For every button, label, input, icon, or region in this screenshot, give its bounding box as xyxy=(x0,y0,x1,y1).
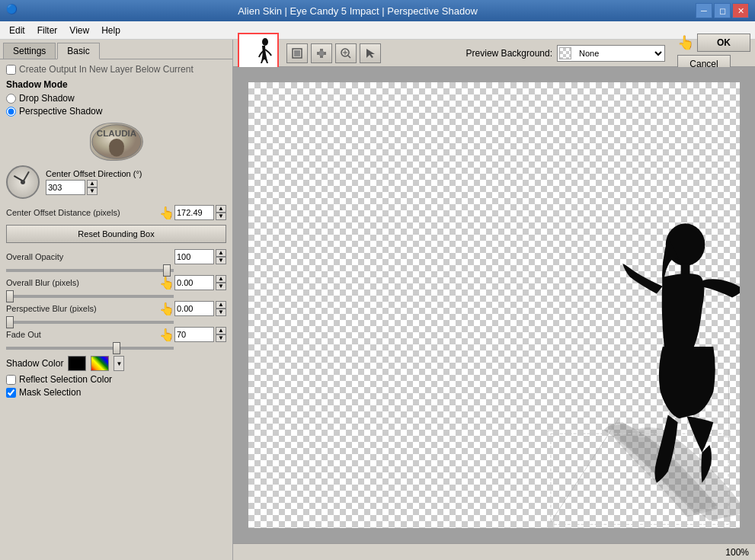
overall-blur-row: Overall Blur (pixels) 👆 ▲ ▼ xyxy=(6,275,226,290)
canvas-area xyxy=(233,67,755,543)
reset-bounding-box-button[interactable]: Reset Bounding Box xyxy=(6,225,226,243)
drop-shadow-radio[interactable] xyxy=(6,94,16,104)
zoom-fit-button[interactable] xyxy=(286,43,308,63)
direction-up[interactable]: ▲ xyxy=(87,180,98,187)
guide-line-left xyxy=(551,418,619,522)
preview-bg-select[interactable]: None White Black Gray xyxy=(573,46,664,61)
perspective-blur-input[interactable] xyxy=(174,301,214,316)
perspective-blur-label: Perspective Blur (pixels) xyxy=(6,304,159,313)
perspective-blur-slider-thumb[interactable] xyxy=(6,316,14,328)
fade-out-slider-track[interactable] xyxy=(6,347,174,350)
create-output-checkbox[interactable] xyxy=(6,65,16,75)
drop-shadow-row[interactable]: Drop Shadow xyxy=(6,93,226,104)
app-icon: 🔵 xyxy=(6,4,20,18)
shadow-color-swatch[interactable] xyxy=(68,356,86,371)
menu-edit[interactable]: Edit xyxy=(3,21,31,39)
overall-blur-slider-track[interactable] xyxy=(6,295,174,298)
svg-point-4 xyxy=(262,38,268,46)
shadow-mode-label: Shadow Mode xyxy=(6,79,226,90)
perspective-blur-up[interactable]: ▲ xyxy=(216,301,226,309)
restore-button[interactable]: ◻ xyxy=(714,3,731,18)
tab-bar: Settings Basic xyxy=(0,40,232,59)
opacity-input[interactable] xyxy=(174,249,214,264)
perspective-blur-slider-row xyxy=(6,321,226,324)
tab-settings[interactable]: Settings xyxy=(3,43,56,59)
svg-point-2 xyxy=(109,142,123,156)
direction-down[interactable]: ▼ xyxy=(87,187,98,195)
left-panel: Settings Basic Create Output In New Laye… xyxy=(0,40,233,560)
fade-out-hand-icon: 👆 xyxy=(159,328,174,342)
fade-out-slider-thumb[interactable] xyxy=(113,342,120,354)
overall-blur-down[interactable]: ▼ xyxy=(216,283,226,290)
pan-button[interactable] xyxy=(311,43,332,63)
zoom-button[interactable] xyxy=(335,43,357,63)
preview-bg-swatch xyxy=(559,47,571,59)
ok-button[interactable]: OK xyxy=(697,34,750,52)
opacity-slider-track[interactable] xyxy=(6,269,174,272)
svg-text:CLAUDIA: CLAUDIA xyxy=(96,128,136,138)
perspective-shadow-radio[interactable] xyxy=(6,107,16,117)
direction-input[interactable] xyxy=(46,180,85,195)
reflect-selection-label: Reflect Selection Color xyxy=(19,374,112,385)
overall-blur-label: Overall Blur (pixels) xyxy=(6,278,159,287)
distance-up[interactable]: ▲ xyxy=(216,205,226,213)
opacity-label: Overall Opacity xyxy=(6,252,174,261)
perspective-blur-down[interactable]: ▼ xyxy=(216,309,226,316)
minimize-button[interactable]: ─ xyxy=(696,3,712,18)
toolbar: Preview Background: None White Black Gra… xyxy=(233,40,755,67)
mask-selection-label: Mask Selection xyxy=(19,387,81,398)
fade-out-down[interactable]: ▼ xyxy=(216,334,226,342)
opacity-input-group: ▲ ▼ xyxy=(174,249,226,264)
perspective-shadow-row[interactable]: Perspective Shadow xyxy=(6,106,226,117)
overall-blur-up[interactable]: ▲ xyxy=(216,275,226,283)
fade-out-input-group: ▲ ▼ xyxy=(174,327,226,342)
tab-basic[interactable]: Basic xyxy=(57,43,99,59)
fade-out-input[interactable] xyxy=(174,327,214,342)
opacity-slider-thumb[interactable] xyxy=(163,264,171,277)
fade-out-up[interactable]: ▲ xyxy=(216,327,226,334)
fade-out-slider-row xyxy=(6,347,226,350)
right-area: Preview Background: None White Black Gra… xyxy=(233,40,755,560)
distance-input-group: ▲ ▼ xyxy=(174,205,226,220)
distance-input[interactable] xyxy=(174,205,214,220)
shadow-color-label: Shadow Color xyxy=(6,358,63,369)
reflect-selection-row: Reflect Selection Color xyxy=(6,374,226,385)
menu-help[interactable]: Help xyxy=(95,21,126,39)
menu-view[interactable]: View xyxy=(63,21,95,39)
distance-down[interactable]: ▼ xyxy=(216,213,226,220)
title-bar: 🔵 Alien Skin | Eye Candy 5 Impact | Pers… xyxy=(0,0,755,21)
menu-bar: Edit Filter View Help xyxy=(0,21,755,40)
overall-blur-slider-row xyxy=(6,295,226,298)
close-button[interactable]: ✕ xyxy=(732,3,749,18)
distance-label: Center Offset Distance (pixels) xyxy=(6,208,159,217)
direction-wheel[interactable] xyxy=(6,165,40,199)
overall-blur-input[interactable] xyxy=(174,275,214,290)
select-button[interactable] xyxy=(360,43,381,63)
mask-selection-row: Mask Selection xyxy=(6,387,226,398)
perspective-blur-spin: ▲ ▼ xyxy=(216,301,226,316)
color-dropdown-button[interactable]: ▼ xyxy=(114,356,124,371)
distance-spin: ▲ ▼ xyxy=(216,205,226,220)
color-picker-button[interactable] xyxy=(91,356,109,371)
opacity-spin: ▲ ▼ xyxy=(216,249,226,264)
ok-hand-icon: 👆 xyxy=(677,34,694,51)
reflect-selection-checkbox[interactable] xyxy=(6,375,16,385)
opacity-row: Overall Opacity ▲ ▼ xyxy=(6,249,226,264)
mask-selection-checkbox[interactable] xyxy=(6,388,16,398)
wheel-indicator xyxy=(14,175,24,182)
shadow-color-row: Shadow Color ▼ xyxy=(6,356,226,371)
opacity-down[interactable]: ▼ xyxy=(216,257,226,264)
opacity-up[interactable]: ▲ xyxy=(216,249,226,257)
overall-blur-slider-thumb[interactable] xyxy=(6,290,14,302)
perspective-shadow-label: Perspective Shadow xyxy=(19,106,102,117)
perspective-blur-input-group: ▲ ▼ xyxy=(174,301,226,316)
zoom-level: 100% xyxy=(725,547,749,558)
svg-line-9 xyxy=(348,56,350,58)
perspective-blur-slider-track[interactable] xyxy=(6,321,174,324)
window-controls: ─ ◻ ✕ xyxy=(696,3,749,18)
perspective-blur-hand-icon: 👆 xyxy=(159,302,174,316)
menu-filter[interactable]: Filter xyxy=(31,21,64,39)
svg-rect-7 xyxy=(319,51,324,56)
main-layout: Settings Basic Create Output In New Laye… xyxy=(0,40,755,560)
panel-content: Create Output In New Layer Below Current… xyxy=(0,59,232,405)
